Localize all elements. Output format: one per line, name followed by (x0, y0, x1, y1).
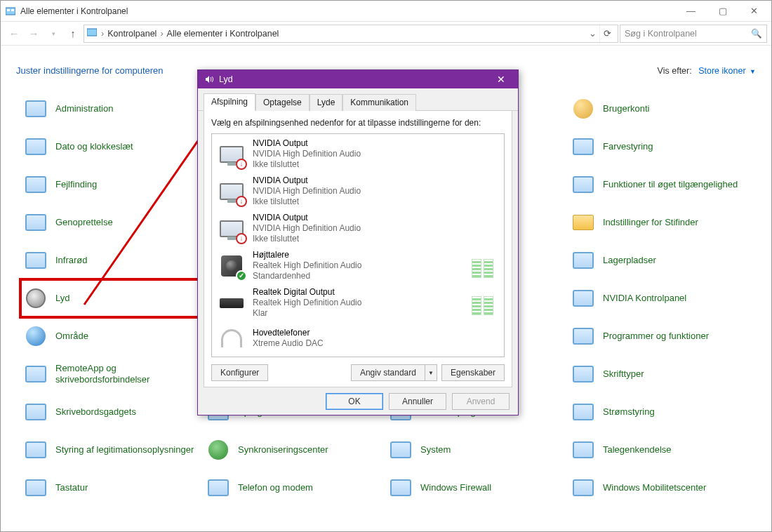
breadcrumb-0[interactable]: Kontrolpanel (105, 29, 159, 39)
apply-button[interactable]: Anvend (452, 393, 510, 410)
cp-item-system[interactable]: System (385, 431, 568, 469)
device-status: Klar (253, 308, 361, 319)
access-icon (571, 172, 596, 197)
playback-tab-pane: Vælg en afspilningsenhed nedenfor for at… (204, 111, 512, 387)
cp-item-remote[interactable]: RemoteApp og skrivebordsforbindelser (20, 355, 203, 393)
cp-item-label: Synkroniseringscenter (238, 444, 328, 455)
device-item[interactable]: Realtek Digital OutputRealtek High Defin… (212, 284, 504, 321)
chevron-down-icon: ▼ (750, 68, 756, 75)
cp-item-nvidia[interactable]: NVIDIA Kontrolpanel (568, 279, 750, 317)
dialog-close-button[interactable]: ✕ (487, 70, 515, 88)
view-by-dropdown[interactable]: Store ikoner ▼ (698, 66, 756, 76)
cp-item-fw[interactable]: Windows Firewall (385, 469, 568, 507)
breadcrumb-1[interactable]: Alle elementer i Kontrolpanel (165, 29, 281, 39)
address-dropdown-icon[interactable]: ⌄ (586, 28, 599, 39)
tab-kommunikation[interactable]: Kommunikation (342, 94, 416, 111)
gadgets-icon (23, 399, 48, 425)
cp-item-admin[interactable]: Administration (20, 90, 203, 128)
level-meter (472, 291, 498, 315)
tab-afspilning[interactable]: Afspilning (204, 93, 255, 111)
maximize-button[interactable]: ▢ (707, 1, 738, 21)
cp-item-kb[interactable]: Tastatur (20, 469, 203, 507)
svg-rect-2 (11, 9, 14, 11)
configure-button[interactable]: Konfigurer (211, 364, 268, 381)
device-name: NVIDIA Output (253, 138, 361, 149)
cp-item-phone[interactable]: Telefon og modem (203, 469, 385, 507)
close-button[interactable]: ✕ (738, 1, 770, 21)
cp-item-cred[interactable]: Styring af legitimationsoplysninger (20, 431, 203, 469)
cp-item-trouble[interactable]: Fejlfinding (20, 166, 203, 204)
device-list[interactable]: ↓NVIDIA OutputNVIDIA High Definition Aud… (211, 133, 505, 357)
cp-item-recovery[interactable]: Genoprettelse (20, 204, 203, 241)
nav-back-button[interactable]: ← (5, 25, 23, 43)
cp-item-label: Tastatur (55, 482, 88, 493)
set-default-button[interactable]: Angiv standard ▼ (351, 364, 437, 381)
monitor-icon: ↓ (218, 178, 246, 206)
power-icon (571, 399, 596, 425)
cp-item-users[interactable]: Brugerkonti (568, 90, 750, 128)
cp-item-label: Windows Firewall (420, 482, 491, 493)
device-name: NVIDIA Output (253, 213, 361, 223)
device-item[interactable]: ↓NVIDIA OutputNVIDIA High Definition Aud… (212, 173, 504, 210)
dialog-tabs: AfspilningOptagelseLydeKommunikation (198, 88, 518, 111)
search-placeholder: Søg i Kontrolpanel (625, 29, 697, 39)
ok-button[interactable]: OK (326, 393, 383, 410)
pane-buttons: Konfigurer Angiv standard ▼ Egenskaber (211, 364, 505, 381)
address-bar: ← → ▾ ↑ › Kontrolpanel › Alle elementer … (1, 22, 771, 46)
cancel-button[interactable]: Annuller (389, 393, 446, 410)
svg-rect-1 (7, 9, 10, 11)
cp-item-label: Administration (55, 103, 113, 114)
cp-item-ir[interactable]: Infrarød (20, 241, 203, 279)
cp-item-sync[interactable]: Synkroniseringscenter (203, 431, 385, 469)
window-title: Alle elementer i Kontrolpanel (20, 6, 675, 16)
cp-item-speaker[interactable]: Lyd (20, 279, 203, 317)
cp-item-clock[interactable]: Dato og klokkeslæt (20, 128, 203, 166)
nav-forward-button[interactable]: → (25, 25, 43, 43)
device-driver: NVIDIA High Definition Audio (253, 186, 361, 197)
cp-item-mob[interactable]: Windows Mobilitetscenter (568, 469, 750, 507)
refresh-button[interactable]: ⟳ (599, 25, 615, 42)
device-item[interactable]: ↓NVIDIA OutputNVIDIA High Definition Aud… (212, 135, 504, 173)
device-text: NVIDIA OutputNVIDIA High Definition Audi… (253, 213, 361, 244)
properties-button[interactable]: Egenskaber (441, 364, 505, 381)
tab-lyde[interactable]: Lyde (310, 94, 343, 111)
device-item[interactable]: ✓HøjttalereRealtek High Definition Audio… (212, 247, 504, 284)
device-text: HøjttalereRealtek High Definition AudioS… (253, 250, 361, 281)
set-default-dropdown-icon[interactable]: ▼ (425, 364, 437, 381)
cp-item-storage[interactable]: Lagerpladser (568, 241, 750, 279)
cp-item-label: Programmer og funktioner (603, 331, 709, 342)
device-driver: Realtek High Definition Audio (253, 298, 361, 308)
search-input[interactable]: Søg i Kontrolpanel 🔍 (620, 25, 767, 43)
titlebar: Alle elementer i Kontrolpanel — ▢ ✕ (1, 1, 771, 22)
speaker-icon (23, 286, 48, 311)
kb-icon (23, 475, 48, 500)
device-text: NVIDIA OutputNVIDIA High Definition Audi… (253, 138, 361, 170)
nav-up-button[interactable]: ↑ (64, 25, 82, 43)
cp-item-speech[interactable]: Talegenkendelse (568, 431, 750, 469)
cp-item-programs[interactable]: Programmer og funktioner (568, 317, 750, 355)
minimize-button[interactable]: — (675, 1, 707, 21)
address-box[interactable]: › Kontrolpanel › Alle elementer i Kontro… (84, 25, 618, 43)
search-icon: 🔍 (751, 28, 762, 39)
programs-icon (571, 324, 596, 349)
device-item[interactable]: HovedtelefonerXtreme Audio DAC (212, 321, 504, 355)
ir-icon (23, 248, 48, 273)
cp-item-fonts[interactable]: Skrifttyper (568, 355, 750, 393)
cp-item-access[interactable]: Funktioner til øget tilgængelighed (568, 166, 750, 204)
nav-history-button[interactable]: ▾ (44, 25, 62, 43)
cp-item-color[interactable]: Farvestyring (568, 128, 750, 166)
cp-item-folder[interactable]: Indstillinger for Stifinder (568, 204, 750, 241)
cp-item-power[interactable]: Strømstyring (568, 393, 750, 431)
cp-item-gadgets[interactable]: Skrivebordsgadgets (20, 393, 203, 431)
cp-item-label: Talegenkendelse (603, 444, 672, 455)
speaker-icon: ✓ (218, 252, 246, 280)
device-text: Realtek Digital OutputRealtek High Defin… (253, 287, 361, 319)
device-name: NVIDIA Output (253, 175, 361, 186)
box-icon (218, 289, 246, 317)
device-driver: Realtek High Definition Audio (253, 260, 361, 271)
tab-optagelse[interactable]: Optagelse (255, 94, 310, 111)
cp-item-region[interactable]: Område (20, 317, 203, 355)
device-item[interactable]: ↓NVIDIA OutputNVIDIA High Definition Aud… (212, 210, 504, 247)
dialog-titlebar[interactable]: Lyd ✕ (198, 70, 518, 88)
device-status: Ikke tilsluttet (253, 234, 361, 244)
